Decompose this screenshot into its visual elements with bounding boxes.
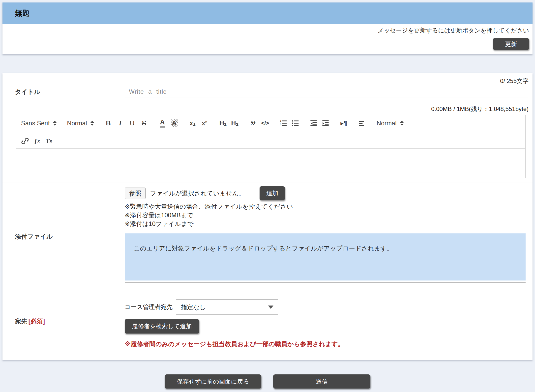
font-picker-label: Sans Serif <box>21 120 50 127</box>
subscript-icon[interactable]: x₂ <box>187 118 198 128</box>
font-picker[interactable]: Sans Serif <box>20 118 58 128</box>
recipients-warning: ※履修者間のみのメッセージも担当教員および一部の職員から参照されます。 <box>125 340 526 348</box>
no-file-text: ファイルが選択されていません。 <box>150 189 245 197</box>
compose-form-panel: 0/ 255文字 タイトル 0.00MB / 1MB(残り：1,048,551b… <box>2 73 533 360</box>
link-icon[interactable] <box>20 136 30 146</box>
title-label: タイトル <box>15 88 125 96</box>
attach-note-3: ※添付は10ファイルまで <box>125 220 526 228</box>
required-badge: [必須] <box>28 318 45 325</box>
message-header-body: メッセージを更新するには更新ボタンを押してください 更新 <box>2 24 533 54</box>
file-select-row: 参照 ファイルが選択されていません。 追加 <box>125 186 526 200</box>
italic-icon[interactable]: I <box>115 118 126 128</box>
add-file-button[interactable]: 追加 <box>260 186 285 200</box>
heading1-icon[interactable]: H₁ <box>217 118 228 128</box>
body-editor-section: 0.00MB / 1MB(残り：1,048,551byte) Sans Seri… <box>2 103 533 183</box>
title-input[interactable] <box>125 86 528 97</box>
heading-picker[interactable]: Normal <box>65 118 95 128</box>
select-arrow-zone[interactable] <box>263 300 278 314</box>
attachments-label: 添付ファイル <box>15 232 125 241</box>
heading-picker-label: Normal <box>67 120 87 127</box>
course-admin-label: コース管理者宛先 <box>125 303 173 311</box>
recipients-label: 宛先 <box>15 317 27 325</box>
attach-note-1: ※緊急時や大量送信の場合、添付ファイルを控えてください <box>125 202 526 211</box>
superscript-icon[interactable]: x² <box>199 118 210 128</box>
update-button[interactable]: 更新 <box>493 38 529 50</box>
title-row: タイトル <box>2 85 533 103</box>
highlight-color-icon[interactable]: A <box>169 118 180 128</box>
message-titlebar: 無題 <box>2 2 533 24</box>
attach-note-2: ※添付容量は100MBまで <box>125 211 526 219</box>
update-hint-text: メッセージを更新するには更新ボタンを押してください <box>378 26 529 35</box>
course-admin-selected-value: 指定なし <box>176 303 263 311</box>
formula-icon[interactable]: ƒx <box>31 136 42 146</box>
line-height-picker-label: Normal <box>377 120 397 127</box>
body-size-info: 0.00MB / 1MB(残り：1,048,551byte) <box>2 105 533 113</box>
attachments-section: 添付ファイル 参照 ファイルが選択されていません。 追加 ※緊急時や大量送信の場… <box>2 183 533 291</box>
footer-actions: 保存せずに前の画面に戻る 送信 <box>0 374 535 389</box>
indent-icon[interactable] <box>320 118 331 128</box>
bold-icon[interactable]: B <box>103 118 114 128</box>
svg-text:3: 3 <box>280 124 281 127</box>
picker-arrows-icon <box>400 121 404 126</box>
align-icon[interactable] <box>357 118 368 128</box>
clean-format-icon[interactable]: Tx <box>43 136 54 146</box>
message-body-input[interactable] <box>16 149 525 178</box>
text-color-icon[interactable]: A <box>157 118 168 128</box>
picker-arrows-icon <box>53 121 57 126</box>
text-direction-icon[interactable]: ▸¶ <box>338 118 349 128</box>
rich-text-editor: Sans Serif Normal B I U S <box>16 115 526 178</box>
picker-arrows-icon <box>90 121 94 126</box>
blockquote-icon[interactable]: ” <box>248 118 259 128</box>
recipients-section: 宛先 [必須] コース管理者宛先 指定なし 履修者を検索して追加 ※履修者間のみ… <box>2 291 533 359</box>
line-height-picker[interactable]: Normal <box>375 118 405 128</box>
outdent-icon[interactable] <box>308 118 319 128</box>
browse-button[interactable]: 参照 <box>125 188 146 199</box>
course-admin-select[interactable]: 指定なし <box>176 299 278 315</box>
strike-icon[interactable]: S <box>139 118 149 128</box>
title-char-counter: 0/ 255文字 <box>2 73 533 85</box>
chevron-down-icon <box>268 306 273 309</box>
upload-progress-bar <box>125 282 526 283</box>
file-dropzone[interactable]: このエリアに対象ファイルをドラッグ＆ドロップするとファイルがアップロードされます… <box>125 233 526 280</box>
send-button[interactable]: 送信 <box>273 374 370 389</box>
underline-icon[interactable]: U <box>127 118 138 128</box>
ordered-list-icon[interactable]: 123 <box>278 118 289 128</box>
heading2-icon[interactable]: H₂ <box>229 118 240 128</box>
message-header-panel: 無題 メッセージを更新するには更新ボタンを押してください 更新 <box>2 2 533 54</box>
editor-toolbar: Sans Serif Normal B I U S <box>16 115 525 149</box>
search-students-button[interactable]: 履修者を検索して追加 <box>125 319 199 334</box>
code-block-icon[interactable]: </> <box>260 118 270 128</box>
back-button[interactable]: 保存せずに前の画面に戻る <box>165 374 261 389</box>
bullet-list-icon[interactable] <box>290 118 301 128</box>
message-title: 無題 <box>15 8 30 18</box>
